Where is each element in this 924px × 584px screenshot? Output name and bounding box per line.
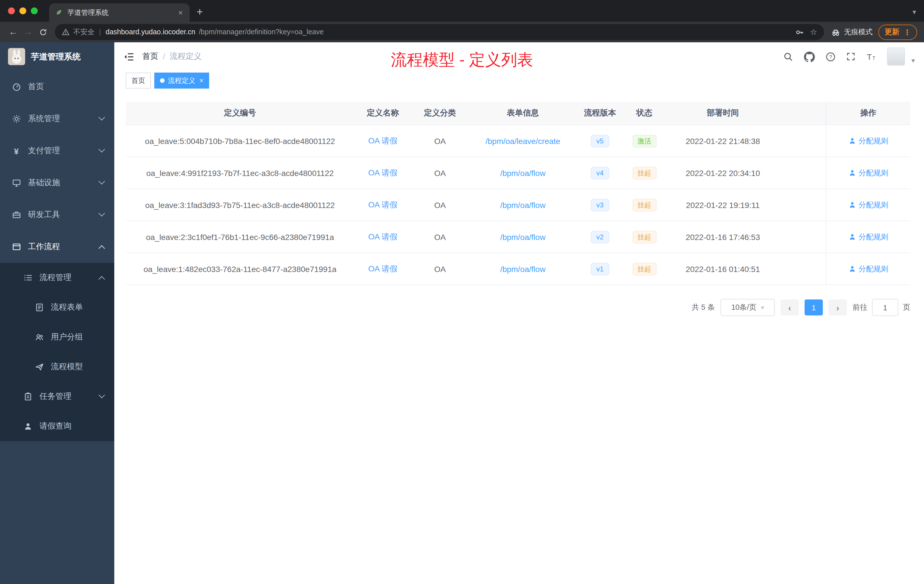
form-link[interactable]: /bpm/oa/flow (500, 200, 546, 210)
active-tag-dot (160, 78, 165, 83)
fullscreen-icon[interactable] (846, 52, 855, 61)
col-header-name: 定义名称 (354, 102, 411, 125)
definition-id: oa_leave:2:3c1f0ef1-76b1-11ec-9c66-a2380… (126, 221, 354, 252)
col-header-version: 流程版本 (577, 102, 623, 125)
browser-menu-icon[interactable]: ⋮ (903, 28, 911, 36)
svg-text:T: T (867, 52, 872, 61)
form-link[interactable]: /bpm/oa/flow (500, 168, 546, 177)
definition-name-link[interactable]: OA 请假 (368, 232, 398, 242)
tab-close-icon[interactable]: × (177, 8, 184, 17)
browser-tab[interactable]: 芋道管理系统 × (49, 3, 190, 22)
col-header-status: 状态 (623, 102, 666, 125)
sidebar-item-process-model[interactable]: 流程模型 (0, 352, 114, 382)
address-bar[interactable]: 不安全 | dashboard.yudao.iocoder.cn /bpm/ma… (55, 24, 824, 40)
tag-home[interactable]: 首页 (126, 73, 151, 89)
assign-rule-link[interactable]: 分配规则 (848, 232, 888, 242)
assign-rule-link[interactable]: 分配规则 (848, 200, 888, 210)
table-row: oa_leave:2:3c1f0ef1-76b1-11ec-9c66-a2380… (126, 221, 910, 253)
form-link[interactable]: /bpm/oa/leave/create (485, 136, 560, 145)
tag-process-definition[interactable]: 流程定义 × (154, 73, 209, 89)
col-header-actions: 操作 (826, 102, 910, 125)
deploy-time: 2022-01-22 20:34:10 (666, 157, 780, 188)
definition-name-link[interactable]: OA 请假 (368, 168, 398, 178)
goto-page-input[interactable] (872, 299, 898, 316)
sidebar-item-infra[interactable]: 基础设施 (0, 167, 114, 199)
next-page-button[interactable]: › (828, 299, 847, 315)
app-title: 芋道管理系统 (31, 51, 81, 62)
url-path: /bpm/manager/definition?key=oa_leave (199, 28, 792, 36)
github-icon[interactable] (804, 51, 815, 62)
password-key-icon[interactable] (796, 28, 804, 36)
page-size-value: 10条/页 (731, 302, 756, 313)
tab-search-caret-icon[interactable]: ▾ (912, 8, 916, 16)
search-icon[interactable] (784, 52, 793, 61)
sidebar-item-workflow[interactable]: 工作流程 (0, 231, 114, 263)
font-size-icon[interactable]: TT (866, 52, 876, 61)
forward-button[interactable]: → (21, 27, 35, 37)
update-chrome-button[interactable]: 更新 ⋮ (878, 24, 917, 40)
assign-rule-link[interactable]: 分配规则 (848, 168, 888, 178)
definition-name-link[interactable]: OA 请假 (368, 136, 398, 146)
app-logo[interactable]: 芋道管理系统 (0, 42, 114, 71)
browser-tab-strip: 芋道管理系统 × + ▾ (0, 0, 924, 22)
maximize-window-button[interactable] (31, 7, 38, 14)
sidebar-item-payment[interactable]: ¥ 支付管理 (0, 135, 114, 167)
form-link[interactable]: /bpm/oa/flow (500, 264, 546, 274)
sidebar-item-task-management[interactable]: 任务管理 (0, 382, 114, 411)
incognito-label: 无痕模式 (844, 27, 873, 37)
sidebar-item-label: 用户分组 (51, 332, 83, 342)
definition-category: OA (411, 125, 469, 157)
reload-button[interactable] (35, 28, 50, 36)
page-size-select[interactable]: 10条/页 ▾ (721, 299, 775, 316)
assign-rule-link[interactable]: 分配规则 (848, 136, 888, 146)
tag-label: 首页 (132, 76, 145, 86)
version-badge: v2 (591, 231, 609, 243)
definition-name-link[interactable]: OA 请假 (368, 264, 398, 274)
chevron-down-icon (99, 210, 105, 216)
page-number-button[interactable]: 1 (805, 299, 823, 315)
status-badge: 挂起 (632, 231, 656, 243)
sidebar-item-devtools[interactable]: 研发工具 (0, 199, 114, 231)
table-header-row: 定义编号 定义名称 定义分类 表单信息 流程版本 状态 部署时间 操作 (126, 102, 910, 125)
definition-name-link[interactable]: OA 请假 (368, 200, 398, 210)
breadcrumb-current: 流程定义 (170, 51, 202, 62)
url-divider: | (99, 28, 101, 36)
table-row: oa_leave:5:004b710b-7b8a-11ec-8ef0-acde4… (126, 125, 910, 157)
sidebar-fold-icon[interactable] (124, 51, 134, 62)
screenshot-root: 芋道管理系统 × + ▾ ← → 不安全 | dashboard.yudao.i… (0, 0, 924, 584)
sidebar-item-process-form[interactable]: 流程表单 (0, 292, 114, 322)
back-button[interactable]: ← (6, 27, 21, 37)
definition-category: OA (411, 189, 469, 221)
assign-rule-link[interactable]: 分配规则 (848, 264, 888, 274)
definition-id: oa_leave:3:1fad3d93-7b75-11ec-a3c8-acde4… (126, 189, 354, 221)
sidebar-item-home[interactable]: 首页 (0, 71, 114, 103)
minimize-window-button[interactable] (20, 7, 26, 14)
sidebar-item-leave-query[interactable]: 请假查询 (0, 411, 114, 441)
col-header-category: 定义分类 (411, 102, 469, 125)
tags-view-bar: 首页 流程定义 × (114, 71, 924, 90)
prev-page-button[interactable]: ‹ (780, 299, 799, 315)
deploy-time: 2022-01-16 01:40:51 (666, 253, 780, 285)
chevron-down-icon (99, 392, 105, 398)
close-window-button[interactable] (8, 7, 15, 14)
svg-text:?: ? (829, 54, 832, 60)
incognito-icon (831, 27, 841, 37)
tag-close-icon[interactable]: × (200, 77, 203, 84)
chevron-up-icon (99, 245, 105, 252)
sidebar-item-user-group[interactable]: 用户分组 (0, 322, 114, 352)
chevron-up-icon (99, 276, 105, 282)
clipboard-icon (23, 392, 33, 401)
bookmark-star-icon[interactable]: ☆ (810, 27, 817, 36)
sidebar-item-system[interactable]: 系统管理 (0, 103, 114, 135)
form-link[interactable]: /bpm/oa/flow (500, 232, 546, 241)
security-label: 不安全 (73, 27, 94, 37)
sidebar-item-process-management[interactable]: 流程管理 (0, 263, 114, 292)
monitor-icon (12, 178, 21, 188)
tag-label: 流程定义 (168, 76, 195, 86)
update-label: 更新 (884, 27, 899, 37)
user-avatar[interactable] (887, 48, 905, 66)
breadcrumb-home-link[interactable]: 首页 (142, 51, 158, 62)
help-icon[interactable]: ? (826, 52, 835, 61)
avatar-caret-icon[interactable]: ▾ (911, 56, 915, 64)
new-tab-button[interactable]: + (196, 6, 203, 18)
